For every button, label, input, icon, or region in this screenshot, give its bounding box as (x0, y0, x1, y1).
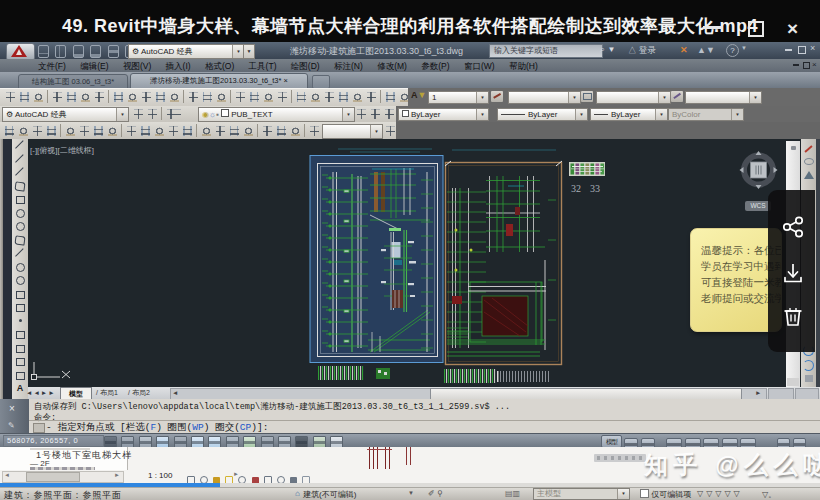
svg-text:33: 33 (590, 183, 600, 194)
svg-text:[-][俯视][二维线框]: [-][俯视][二维线框] (30, 146, 94, 155)
svg-text:32: 32 (571, 183, 581, 194)
